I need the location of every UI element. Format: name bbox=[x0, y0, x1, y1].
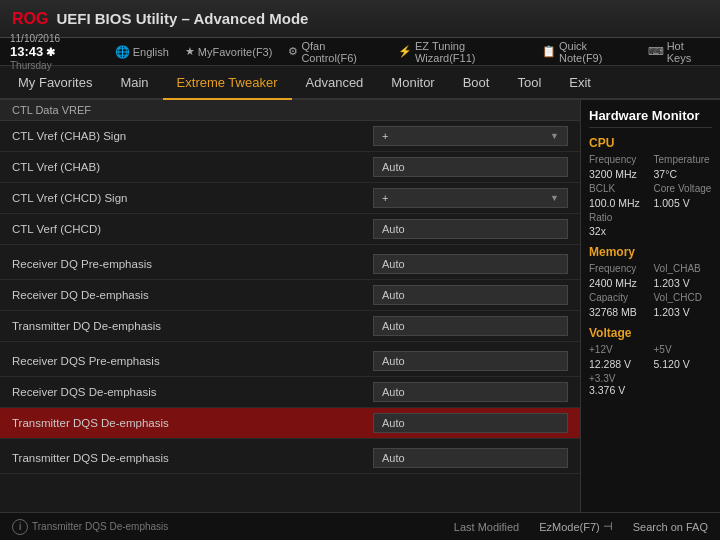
cpu-temp-label: Temperature bbox=[654, 154, 713, 165]
row-value[interactable]: Auto bbox=[373, 219, 568, 239]
voltage-grid: +12V +5V 12.288 V 5.120 V bbox=[589, 344, 712, 370]
bios-row[interactable]: Receiver DQS Pre-emphasisAuto bbox=[0, 346, 580, 377]
row-label: Transmitter DQ De-emphasis bbox=[12, 320, 373, 332]
main-content: CTL Data VREF CTL Vref (CHAB) Sign+CTL V… bbox=[0, 100, 720, 512]
note-icon: 📋 bbox=[542, 45, 556, 58]
cpu-bclk-value: 100.0 MHz bbox=[589, 197, 648, 209]
qfan-label: Qfan Control(F6) bbox=[301, 40, 382, 64]
row-value[interactable]: Auto bbox=[373, 413, 568, 433]
info-icon-row: i Transmitter DQS De-emphasis bbox=[12, 519, 168, 535]
nav-item-monitor[interactable]: Monitor bbox=[377, 66, 448, 100]
row-label: CTL Vref (CHAB) bbox=[12, 161, 373, 173]
title-bar: ROG UEFI BIOS Utility – Advanced Mode bbox=[0, 0, 720, 38]
cpu-ratio-value: 32x bbox=[589, 225, 712, 237]
quick-note-label: Quick Note(F9) bbox=[559, 40, 632, 64]
mem-freq-label: Frequency bbox=[589, 263, 648, 274]
row-label: Transmitter DQS De-emphasis bbox=[12, 417, 373, 429]
mem-cap-label: Capacity bbox=[589, 292, 648, 303]
bios-row[interactable]: Transmitter DQS De-emphasisAuto bbox=[0, 443, 580, 474]
row-value[interactable]: Auto bbox=[373, 157, 568, 177]
bottom-bar: i Transmitter DQS De-emphasis Last Modif… bbox=[0, 512, 720, 540]
cpu-ratio-label: Ratio bbox=[589, 212, 712, 223]
bios-row[interactable]: CTL Vref (CHAB) Sign+ bbox=[0, 121, 580, 152]
v12-label: +12V bbox=[589, 344, 648, 355]
info-bar: 11/10/2016 13:43 ✱ Thursday 🌐 English ★ … bbox=[0, 38, 720, 66]
row-value[interactable]: + bbox=[373, 126, 568, 146]
v5-label: +5V bbox=[654, 344, 713, 355]
ez-tuning-label: EZ Tuning Wizard(F11) bbox=[415, 40, 526, 64]
row-value[interactable]: Auto bbox=[373, 254, 568, 274]
nav-item-boot[interactable]: Boot bbox=[449, 66, 504, 100]
v12-value: 12.288 V bbox=[589, 358, 648, 370]
nav-item-extreme-tweaker[interactable]: Extreme Tweaker bbox=[163, 66, 292, 100]
search-faq-btn[interactable]: Search on FAQ bbox=[633, 521, 708, 533]
bios-row[interactable]: Transmitter DQ De-emphasisAuto bbox=[0, 311, 580, 342]
cpu-freq-label: Frequency bbox=[589, 154, 648, 165]
bios-row[interactable]: Receiver DQ Pre-emphasisAuto bbox=[0, 249, 580, 280]
app-title: UEFI BIOS Utility – Advanced Mode bbox=[56, 10, 308, 27]
nav-item-my-favorites[interactable]: My Favorites bbox=[4, 66, 106, 100]
row-label: Receiver DQ Pre-emphasis bbox=[12, 258, 373, 270]
row-value[interactable]: + bbox=[373, 188, 568, 208]
section-header: CTL Data VREF bbox=[0, 100, 580, 121]
cpu-grid: Frequency Temperature 3200 MHz 37°C BCLK… bbox=[589, 154, 712, 209]
search-faq-label: Search on FAQ bbox=[633, 521, 708, 533]
mem-volchab-label: Vol_CHAB bbox=[654, 263, 713, 274]
v5-value: 5.120 V bbox=[654, 358, 713, 370]
mem-freq-value: 2400 MHz bbox=[589, 277, 648, 289]
quick-note-btn[interactable]: 📋 Quick Note(F9) bbox=[542, 40, 632, 64]
v33-value: 3.376 V bbox=[589, 384, 712, 396]
row-label: CTL Vref (CHAB) Sign bbox=[12, 130, 373, 142]
gear-icon[interactable]: ✱ bbox=[43, 46, 55, 58]
bios-row[interactable]: CTL Vref (CHAB)Auto bbox=[0, 152, 580, 183]
row-value[interactable]: Auto bbox=[373, 351, 568, 371]
time-display: 11/10/2016 13:43 ✱ bbox=[10, 33, 99, 59]
left-panel: CTL Data VREF CTL Vref (CHAB) Sign+CTL V… bbox=[0, 100, 580, 512]
bios-row[interactable]: CTL Verf (CHCD)Auto bbox=[0, 214, 580, 245]
cpu-corev-value: 1.005 V bbox=[654, 197, 713, 209]
language-icon: 🌐 bbox=[115, 45, 130, 59]
right-panel: Hardware Monitor CPU Frequency Temperatu… bbox=[580, 100, 720, 512]
ez-tuning-btn[interactable]: ⚡ EZ Tuning Wizard(F11) bbox=[398, 40, 526, 64]
bios-row[interactable]: Transmitter DQS De-emphasisAuto bbox=[0, 408, 580, 439]
bios-row[interactable]: Receiver DQS De-emphasisAuto bbox=[0, 377, 580, 408]
nav-item-main[interactable]: Main bbox=[106, 66, 162, 100]
nav-bar: My FavoritesMainExtreme TweakerAdvancedM… bbox=[0, 66, 720, 100]
row-value[interactable]: Auto bbox=[373, 448, 568, 468]
ez-mode-icon: ⊣ bbox=[603, 520, 613, 533]
info-icon: i bbox=[12, 519, 28, 535]
row-label: CTL Verf (CHCD) bbox=[12, 223, 373, 235]
memory-grid: Frequency Vol_CHAB 2400 MHz 1.203 V Capa… bbox=[589, 263, 712, 318]
cpu-section-title: CPU bbox=[589, 136, 712, 150]
nav-item-exit[interactable]: Exit bbox=[555, 66, 605, 100]
my-favorite-label: MyFavorite(F3) bbox=[198, 46, 273, 58]
row-value[interactable]: Auto bbox=[373, 285, 568, 305]
fan-icon: ⚙ bbox=[288, 45, 298, 58]
memory-section-title: Memory bbox=[589, 245, 712, 259]
keyboard-icon: ⌨ bbox=[648, 45, 664, 58]
language-selector[interactable]: 🌐 English bbox=[115, 45, 169, 59]
bios-row[interactable]: CTL Vref (CHCD) Sign+ bbox=[0, 183, 580, 214]
hot-keys-btn[interactable]: ⌨ Hot Keys bbox=[648, 40, 710, 64]
ez-mode-label: EzMode(F7) bbox=[539, 521, 600, 533]
hot-keys-label: Hot Keys bbox=[667, 40, 710, 64]
language-label: English bbox=[133, 46, 169, 58]
bios-row[interactable]: Receiver DQ De-emphasisAuto bbox=[0, 280, 580, 311]
qfan-btn[interactable]: ⚙ Qfan Control(F6) bbox=[288, 40, 382, 64]
v33-row: +3.3V 3.376 V bbox=[589, 373, 712, 396]
row-value[interactable]: Auto bbox=[373, 316, 568, 336]
datetime: 11/10/2016 13:43 ✱ Thursday bbox=[10, 33, 99, 71]
mem-volchcd-label: Vol_CHCD bbox=[654, 292, 713, 303]
cpu-freq-value: 3200 MHz bbox=[589, 168, 648, 180]
ez-mode-btn[interactable]: EzMode(F7) ⊣ bbox=[539, 520, 613, 533]
last-modified-label: Last Modified bbox=[454, 521, 519, 533]
cpu-bclk-label: BCLK bbox=[589, 183, 648, 194]
row-value[interactable]: Auto bbox=[373, 382, 568, 402]
hw-monitor-title: Hardware Monitor bbox=[589, 108, 712, 128]
row-label: CTL Vref (CHCD) Sign bbox=[12, 192, 373, 204]
nav-item-tool[interactable]: Tool bbox=[503, 66, 555, 100]
cpu-corev-label: Core Voltage bbox=[654, 183, 713, 194]
v33-label: +3.3V bbox=[589, 373, 712, 384]
my-favorite-btn[interactable]: ★ MyFavorite(F3) bbox=[185, 45, 273, 58]
nav-item-advanced[interactable]: Advanced bbox=[292, 66, 378, 100]
